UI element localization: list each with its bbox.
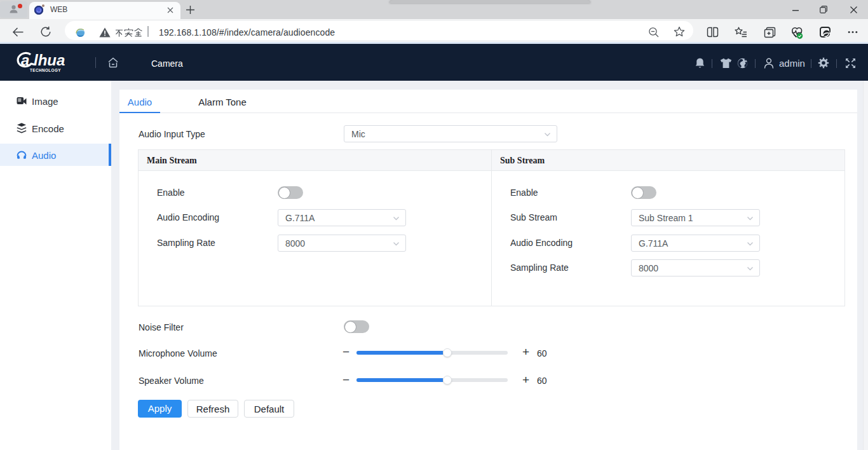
svg-text:TECHNOLOGY: TECHNOLOGY — [30, 68, 61, 72]
svg-text:a: a — [21, 51, 29, 69]
svg-text:lhua: lhua — [34, 51, 65, 69]
